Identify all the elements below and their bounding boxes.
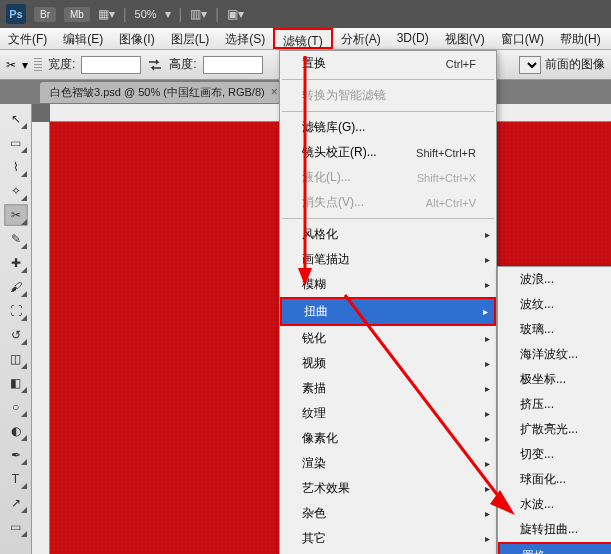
distort-shear[interactable]: 切变... bbox=[498, 442, 611, 467]
distort-ocean[interactable]: 海洋波纹... bbox=[498, 342, 611, 367]
filter-sharpen[interactable]: 锐化 bbox=[280, 326, 496, 351]
filter-smart: 转换为智能滤镜 bbox=[280, 83, 496, 108]
gradient-tool[interactable]: ◧ bbox=[4, 372, 28, 394]
heal-tool[interactable]: ✚ bbox=[4, 252, 28, 274]
zoom-level[interactable]: 50% bbox=[135, 8, 157, 20]
filter-other[interactable]: 其它 bbox=[280, 526, 496, 551]
filter-lens[interactable]: 镜头校正(R)...Shift+Ctrl+R bbox=[280, 140, 496, 165]
filter-distort[interactable]: 扭曲 bbox=[280, 297, 496, 326]
filter-dropdown: 置换Ctrl+F 转换为智能滤镜 滤镜库(G)... 镜头校正(R)...Shi… bbox=[279, 50, 497, 554]
filter-stylize[interactable]: 风格化 bbox=[280, 222, 496, 247]
menu-edit[interactable]: 编辑(E) bbox=[55, 28, 111, 49]
distort-spherize[interactable]: 球面化... bbox=[498, 467, 611, 492]
screen-mode-icon[interactable]: ▦▾ bbox=[98, 7, 115, 21]
history-brush-tool[interactable]: ↺ bbox=[4, 324, 28, 346]
close-tab-icon[interactable]: × bbox=[271, 85, 278, 99]
filter-sketch[interactable]: 素描 bbox=[280, 376, 496, 401]
preset-select[interactable] bbox=[519, 56, 541, 74]
wand-tool[interactable]: ✧ bbox=[4, 180, 28, 202]
menu-filter[interactable]: 滤镜(T) bbox=[273, 28, 332, 49]
eraser-tool[interactable]: ◫ bbox=[4, 348, 28, 370]
ruler-vertical bbox=[32, 122, 50, 554]
filter-texture[interactable]: 纹理 bbox=[280, 401, 496, 426]
crop-tool[interactable]: ✂ bbox=[4, 204, 28, 226]
menu-window[interactable]: 窗口(W) bbox=[493, 28, 552, 49]
toolbox: ↖ ▭ ⌇ ✧ ✂ ✎ ✚ 🖌 ⛶ ↺ ◫ ◧ ○ ◐ ✒ T ↗ ▭ bbox=[0, 104, 32, 554]
menu-select[interactable]: 选择(S) bbox=[217, 28, 273, 49]
filter-blur[interactable]: 模糊 bbox=[280, 272, 496, 297]
filter-liquify: 液化(L)...Shift+Ctrl+X bbox=[280, 165, 496, 190]
document-tab[interactable]: 白色褶皱3.psd @ 50% (中国红画布, RGB/8) × bbox=[40, 82, 288, 103]
path-tool[interactable]: ↗ bbox=[4, 492, 28, 514]
front-image-label[interactable]: 前面的图像 bbox=[545, 56, 605, 73]
distort-ripple[interactable]: 波纹... bbox=[498, 292, 611, 317]
grip-icon bbox=[34, 58, 42, 72]
app-titlebar: Ps Br Mb ▦▾ | 50% ▾ | ▥▾ | ▣▾ bbox=[0, 0, 611, 28]
move-tool[interactable]: ↖ bbox=[4, 108, 28, 130]
menu-image[interactable]: 图像(I) bbox=[111, 28, 162, 49]
distort-wave[interactable]: 波浪... bbox=[498, 267, 611, 292]
menu-layer[interactable]: 图层(L) bbox=[163, 28, 218, 49]
ps-logo: Ps bbox=[6, 4, 26, 24]
filter-brush[interactable]: 画笔描边 bbox=[280, 247, 496, 272]
distort-pinch[interactable]: 挤压... bbox=[498, 392, 611, 417]
distort-glass[interactable]: 玻璃... bbox=[498, 317, 611, 342]
filter-vanish: 消失点(V)...Alt+Ctrl+V bbox=[280, 190, 496, 215]
swap-icon[interactable] bbox=[147, 57, 163, 73]
filter-artistic[interactable]: 艺术效果 bbox=[280, 476, 496, 501]
eyedropper-tool[interactable]: ✎ bbox=[4, 228, 28, 250]
shape-tool[interactable]: ▭ bbox=[4, 516, 28, 538]
filter-noise[interactable]: 杂色 bbox=[280, 501, 496, 526]
width-label: 宽度: bbox=[48, 56, 75, 73]
height-label: 高度: bbox=[169, 56, 196, 73]
filter-gallery[interactable]: 滤镜库(G)... bbox=[280, 115, 496, 140]
filter-repeat[interactable]: 置换Ctrl+F bbox=[280, 51, 496, 76]
filter-render[interactable]: 渲染 bbox=[280, 451, 496, 476]
distort-twirl[interactable]: 旋转扭曲... bbox=[498, 517, 611, 542]
blur-tool[interactable]: ○ bbox=[4, 396, 28, 418]
menu-view[interactable]: 视图(V) bbox=[437, 28, 493, 49]
view-extras-icon[interactable]: ▥▾ bbox=[190, 7, 207, 21]
distort-diffuse[interactable]: 扩散亮光... bbox=[498, 417, 611, 442]
stamp-tool[interactable]: ⛶ bbox=[4, 300, 28, 322]
filter-video[interactable]: 视频 bbox=[280, 351, 496, 376]
menu-analysis[interactable]: 分析(A) bbox=[333, 28, 389, 49]
crop-tool-icon: ✂ bbox=[6, 58, 16, 72]
menu-3d[interactable]: 3D(D) bbox=[389, 28, 437, 49]
distort-submenu: 波浪... 波纹... 玻璃... 海洋波纹... 极坐标... 挤压... 扩… bbox=[497, 266, 611, 554]
document-title: 白色褶皱3.psd @ 50% (中国红画布, RGB/8) bbox=[50, 85, 265, 100]
bridge-button[interactable]: Br bbox=[34, 7, 56, 22]
brush-tool[interactable]: 🖌 bbox=[4, 276, 28, 298]
menu-file[interactable]: 文件(F) bbox=[0, 28, 55, 49]
menu-help[interactable]: 帮助(H) bbox=[552, 28, 609, 49]
height-input[interactable] bbox=[203, 56, 263, 74]
pen-tool[interactable]: ✒ bbox=[4, 444, 28, 466]
filter-pixelate[interactable]: 像素化 bbox=[280, 426, 496, 451]
type-tool[interactable]: T bbox=[4, 468, 28, 490]
minibridge-button[interactable]: Mb bbox=[64, 7, 90, 22]
dodge-tool[interactable]: ◐ bbox=[4, 420, 28, 442]
lasso-tool[interactable]: ⌇ bbox=[4, 156, 28, 178]
distort-water[interactable]: 水波... bbox=[498, 492, 611, 517]
distort-polar[interactable]: 极坐标... bbox=[498, 367, 611, 392]
arrange-docs-icon[interactable]: ▣▾ bbox=[227, 7, 244, 21]
marquee-tool[interactable]: ▭ bbox=[4, 132, 28, 154]
width-input[interactable] bbox=[81, 56, 141, 74]
menubar: 文件(F) 编辑(E) 图像(I) 图层(L) 选择(S) 滤镜(T) 分析(A… bbox=[0, 28, 611, 50]
distort-displace[interactable]: 置换... bbox=[498, 542, 611, 554]
